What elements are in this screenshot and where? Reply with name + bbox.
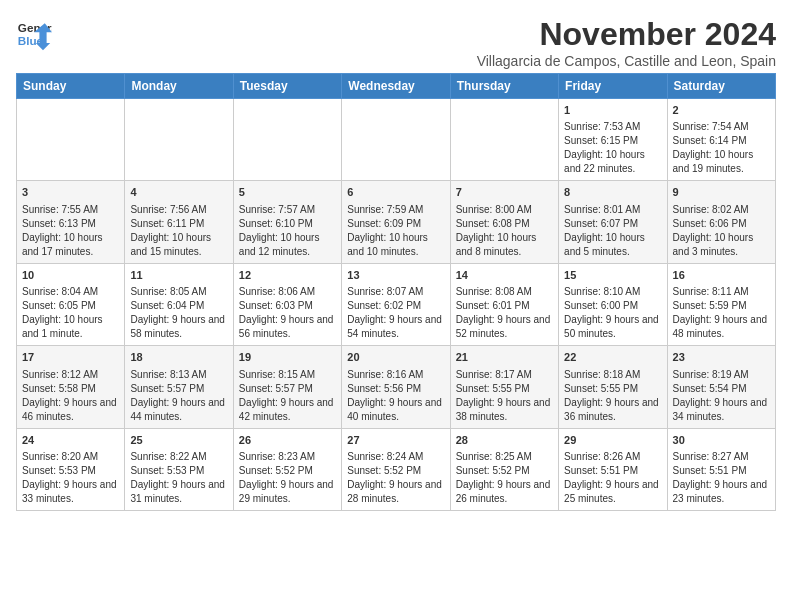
calendar-cell xyxy=(17,99,125,181)
day-info: Sunrise: 8:18 AM xyxy=(564,368,661,382)
day-number: 17 xyxy=(22,350,119,365)
day-number: 22 xyxy=(564,350,661,365)
day-info: Daylight: 9 hours and 48 minutes. xyxy=(673,313,770,341)
day-info: Sunset: 6:02 PM xyxy=(347,299,444,313)
calendar-cell: 12Sunrise: 8:06 AMSunset: 6:03 PMDayligh… xyxy=(233,263,341,345)
day-number: 15 xyxy=(564,268,661,283)
day-info: Daylight: 9 hours and 58 minutes. xyxy=(130,313,227,341)
day-info: Daylight: 9 hours and 23 minutes. xyxy=(673,478,770,506)
calendar-cell: 8Sunrise: 8:01 AMSunset: 6:07 PMDaylight… xyxy=(559,181,667,263)
day-info: Sunrise: 8:02 AM xyxy=(673,203,770,217)
day-number: 1 xyxy=(564,103,661,118)
calendar-cell: 9Sunrise: 8:02 AMSunset: 6:06 PMDaylight… xyxy=(667,181,775,263)
day-number: 14 xyxy=(456,268,553,283)
day-info: Sunset: 5:57 PM xyxy=(130,382,227,396)
day-number: 2 xyxy=(673,103,770,118)
calendar-header: SundayMondayTuesdayWednesdayThursdayFrid… xyxy=(17,74,776,99)
day-info: Sunrise: 8:24 AM xyxy=(347,450,444,464)
calendar-cell: 28Sunrise: 8:25 AMSunset: 5:52 PMDayligh… xyxy=(450,428,558,510)
calendar-cell: 21Sunrise: 8:17 AMSunset: 5:55 PMDayligh… xyxy=(450,346,558,428)
day-info: Daylight: 10 hours and 3 minutes. xyxy=(673,231,770,259)
day-info: Daylight: 9 hours and 28 minutes. xyxy=(347,478,444,506)
day-number: 4 xyxy=(130,185,227,200)
calendar-week-row: 3Sunrise: 7:55 AMSunset: 6:13 PMDaylight… xyxy=(17,181,776,263)
location-title: Villagarcia de Campos, Castille and Leon… xyxy=(477,53,776,69)
day-info: Sunset: 6:07 PM xyxy=(564,217,661,231)
calendar-cell: 20Sunrise: 8:16 AMSunset: 5:56 PMDayligh… xyxy=(342,346,450,428)
calendar-cell: 11Sunrise: 8:05 AMSunset: 6:04 PMDayligh… xyxy=(125,263,233,345)
calendar-cell: 5Sunrise: 7:57 AMSunset: 6:10 PMDaylight… xyxy=(233,181,341,263)
day-info: Sunrise: 8:10 AM xyxy=(564,285,661,299)
day-info: Sunrise: 7:56 AM xyxy=(130,203,227,217)
day-info: Sunrise: 7:59 AM xyxy=(347,203,444,217)
day-info: Sunset: 5:57 PM xyxy=(239,382,336,396)
month-title: November 2024 xyxy=(477,16,776,53)
calendar-body: 1Sunrise: 7:53 AMSunset: 6:15 PMDaylight… xyxy=(17,99,776,511)
calendar-cell: 16Sunrise: 8:11 AMSunset: 5:59 PMDayligh… xyxy=(667,263,775,345)
day-number: 21 xyxy=(456,350,553,365)
day-info: Sunrise: 8:01 AM xyxy=(564,203,661,217)
day-number: 5 xyxy=(239,185,336,200)
day-info: Daylight: 9 hours and 25 minutes. xyxy=(564,478,661,506)
day-info: Sunset: 6:15 PM xyxy=(564,134,661,148)
day-number: 12 xyxy=(239,268,336,283)
day-info: Sunset: 5:51 PM xyxy=(564,464,661,478)
day-number: 10 xyxy=(22,268,119,283)
day-info: Sunset: 5:52 PM xyxy=(239,464,336,478)
day-info: Sunset: 5:56 PM xyxy=(347,382,444,396)
calendar-cell xyxy=(450,99,558,181)
calendar-cell: 3Sunrise: 7:55 AMSunset: 6:13 PMDaylight… xyxy=(17,181,125,263)
day-number: 24 xyxy=(22,433,119,448)
day-info: Daylight: 9 hours and 42 minutes. xyxy=(239,396,336,424)
calendar-cell: 27Sunrise: 8:24 AMSunset: 5:52 PMDayligh… xyxy=(342,428,450,510)
calendar-cell xyxy=(233,99,341,181)
day-info: Sunrise: 8:06 AM xyxy=(239,285,336,299)
day-number: 30 xyxy=(673,433,770,448)
day-info: Daylight: 9 hours and 36 minutes. xyxy=(564,396,661,424)
weekday-header: Tuesday xyxy=(233,74,341,99)
day-info: Daylight: 10 hours and 10 minutes. xyxy=(347,231,444,259)
calendar-cell xyxy=(342,99,450,181)
day-info: Daylight: 9 hours and 56 minutes. xyxy=(239,313,336,341)
calendar-week-row: 17Sunrise: 8:12 AMSunset: 5:58 PMDayligh… xyxy=(17,346,776,428)
day-info: Sunrise: 7:55 AM xyxy=(22,203,119,217)
logo: General Blue xyxy=(16,16,52,52)
day-info: Sunset: 5:54 PM xyxy=(673,382,770,396)
day-info: Sunset: 5:55 PM xyxy=(564,382,661,396)
day-number: 20 xyxy=(347,350,444,365)
day-info: Sunset: 6:01 PM xyxy=(456,299,553,313)
day-info: Daylight: 10 hours and 1 minute. xyxy=(22,313,119,341)
day-number: 28 xyxy=(456,433,553,448)
day-number: 23 xyxy=(673,350,770,365)
day-info: Daylight: 9 hours and 26 minutes. xyxy=(456,478,553,506)
day-number: 6 xyxy=(347,185,444,200)
calendar-cell xyxy=(125,99,233,181)
day-info: Daylight: 10 hours and 15 minutes. xyxy=(130,231,227,259)
day-info: Daylight: 9 hours and 33 minutes. xyxy=(22,478,119,506)
day-info: Daylight: 9 hours and 50 minutes. xyxy=(564,313,661,341)
day-info: Daylight: 9 hours and 44 minutes. xyxy=(130,396,227,424)
day-info: Sunrise: 8:08 AM xyxy=(456,285,553,299)
calendar-cell: 13Sunrise: 8:07 AMSunset: 6:02 PMDayligh… xyxy=(342,263,450,345)
day-info: Daylight: 9 hours and 38 minutes. xyxy=(456,396,553,424)
day-info: Sunset: 5:52 PM xyxy=(347,464,444,478)
day-info: Sunrise: 8:17 AM xyxy=(456,368,553,382)
day-info: Sunset: 6:09 PM xyxy=(347,217,444,231)
day-info: Sunset: 5:52 PM xyxy=(456,464,553,478)
day-info: Daylight: 9 hours and 40 minutes. xyxy=(347,396,444,424)
day-info: Sunset: 5:53 PM xyxy=(22,464,119,478)
day-info: Daylight: 10 hours and 12 minutes. xyxy=(239,231,336,259)
day-info: Sunrise: 8:05 AM xyxy=(130,285,227,299)
day-info: Sunrise: 8:15 AM xyxy=(239,368,336,382)
day-number: 16 xyxy=(673,268,770,283)
day-number: 19 xyxy=(239,350,336,365)
calendar-cell: 7Sunrise: 8:00 AMSunset: 6:08 PMDaylight… xyxy=(450,181,558,263)
day-info: Sunrise: 8:25 AM xyxy=(456,450,553,464)
day-info: Daylight: 10 hours and 5 minutes. xyxy=(564,231,661,259)
day-number: 11 xyxy=(130,268,227,283)
day-info: Sunset: 6:04 PM xyxy=(130,299,227,313)
day-info: Sunset: 6:00 PM xyxy=(564,299,661,313)
calendar-cell: 14Sunrise: 8:08 AMSunset: 6:01 PMDayligh… xyxy=(450,263,558,345)
weekday-header: Saturday xyxy=(667,74,775,99)
day-info: Sunrise: 8:12 AM xyxy=(22,368,119,382)
